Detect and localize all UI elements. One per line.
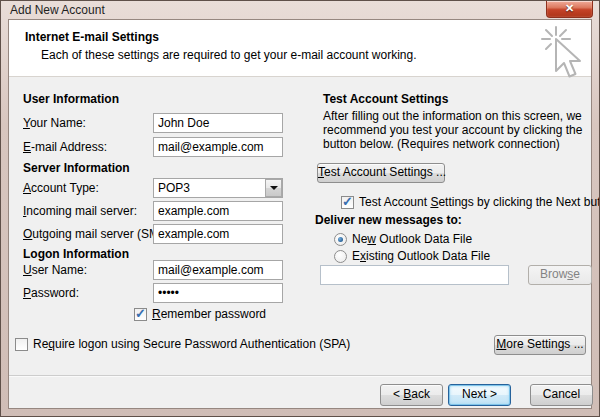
section-user-information: User Information bbox=[23, 92, 119, 106]
logon-user-name-field[interactable] bbox=[153, 260, 283, 280]
auto-test-label: Test Account Settings by clicking the Ne… bbox=[359, 195, 600, 209]
dialog-body: Internet E-mail Settings Each of these s… bbox=[8, 19, 592, 409]
data-file-path-field[interactable] bbox=[320, 265, 509, 285]
browse-button[interactable]: Browse bbox=[528, 265, 592, 285]
section-logon-information: Logon Information bbox=[23, 247, 129, 261]
your-name-field[interactable] bbox=[153, 113, 283, 133]
close-button[interactable]: ✕ bbox=[546, 1, 593, 18]
test-account-description: After filling out the information on thi… bbox=[323, 109, 600, 151]
spa-checkbox[interactable]: ✓ Require logon using Secure Password Au… bbox=[15, 337, 350, 351]
remember-password-label: Remember password bbox=[152, 307, 266, 321]
next-button[interactable]: Next > bbox=[448, 384, 511, 406]
window-title: Add New Account bbox=[10, 3, 105, 17]
page-subtitle: Each of these settings are required to g… bbox=[41, 48, 417, 62]
radio-new-label: New Outlook Data File bbox=[352, 232, 472, 246]
radio-existing-outlook-data-file[interactable]: Existing Outlook Data File bbox=[334, 249, 490, 263]
test-account-settings-button[interactable]: Test Account Settings ... bbox=[317, 163, 445, 183]
radio-existing-label: Existing Outlook Data File bbox=[352, 249, 490, 263]
logon-user-name-label: User Name: bbox=[23, 260, 87, 280]
section-server-information: Server Information bbox=[23, 161, 130, 175]
spa-label: Require logon using Secure Password Auth… bbox=[33, 337, 350, 351]
checkbox-icon[interactable]: ✓ bbox=[15, 338, 28, 351]
auto-test-checkbox[interactable]: ✓ Test Account Settings by clicking the … bbox=[341, 195, 600, 209]
remember-password-checkbox[interactable]: ✓ Remember password bbox=[134, 307, 266, 321]
incoming-server-field[interactable] bbox=[153, 201, 283, 221]
checkmark-icon: ✓ bbox=[342, 194, 353, 209]
dropdown-button[interactable] bbox=[265, 179, 282, 197]
password-label: Password: bbox=[23, 283, 79, 303]
email-address-field[interactable] bbox=[153, 137, 283, 157]
checkmark-icon: ✓ bbox=[135, 306, 146, 321]
chevron-down-icon bbox=[270, 186, 278, 190]
section-deliver-new-messages: Deliver new messages to: bbox=[315, 213, 462, 227]
wizard-header: Internet E-mail Settings Each of these s… bbox=[9, 20, 591, 77]
checkbox-icon[interactable]: ✓ bbox=[341, 196, 354, 209]
radio-icon[interactable] bbox=[334, 233, 347, 246]
add-new-account-dialog: Add New Account ✕ Internet E-mail Settin… bbox=[0, 0, 600, 417]
email-address-label: E-mail Address: bbox=[23, 137, 107, 157]
page-title: Internet E-mail Settings bbox=[25, 30, 159, 44]
section-test-account-settings: Test Account Settings bbox=[323, 92, 448, 106]
outgoing-server-field[interactable] bbox=[153, 224, 283, 244]
account-type-label: Account Type: bbox=[23, 178, 99, 198]
close-icon: ✕ bbox=[565, 2, 574, 14]
titlebar[interactable]: Add New Account ✕ bbox=[1, 1, 599, 19]
radio-icon[interactable] bbox=[334, 250, 347, 263]
password-field[interactable] bbox=[153, 283, 283, 303]
more-settings-button[interactable]: More Settings ... bbox=[494, 335, 586, 355]
your-name-label: Your Name: bbox=[23, 113, 86, 133]
new-account-cursor-icon bbox=[537, 24, 583, 86]
cancel-button[interactable]: Cancel bbox=[530, 384, 593, 406]
radio-new-outlook-data-file[interactable]: New Outlook Data File bbox=[334, 232, 472, 246]
account-type-value: POP3 bbox=[158, 181, 190, 195]
back-button[interactable]: < Back bbox=[380, 384, 443, 406]
incoming-server-label: Incoming mail server: bbox=[23, 201, 137, 221]
checkbox-icon[interactable]: ✓ bbox=[134, 308, 147, 321]
account-type-dropdown[interactable]: POP3 bbox=[153, 178, 283, 198]
